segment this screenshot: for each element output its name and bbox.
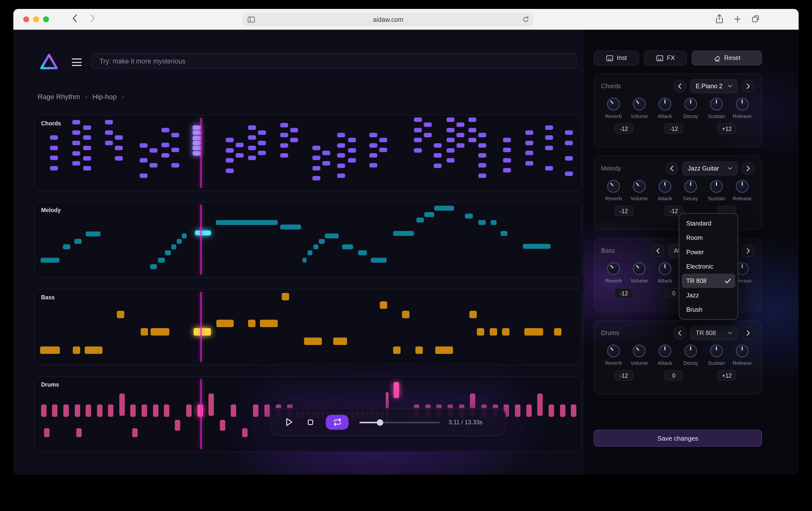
chords-note[interactable]	[369, 133, 377, 137]
chords-note[interactable]	[545, 135, 553, 140]
drums-note[interactable]	[186, 404, 192, 417]
chords-note[interactable]	[446, 158, 455, 163]
chords-note[interactable]	[468, 138, 476, 142]
chords-note[interactable]	[446, 128, 455, 132]
save-changes-button[interactable]: Save changes	[593, 430, 762, 447]
chords-note[interactable]	[348, 158, 356, 163]
chords-note[interactable]	[369, 143, 377, 148]
chords-note[interactable]	[140, 158, 148, 163]
melody-note[interactable]	[302, 258, 307, 263]
chords-note[interactable]	[312, 176, 320, 181]
drums-note[interactable]	[142, 404, 147, 417]
chords-note[interactable]	[434, 153, 442, 158]
chords-note[interactable]	[545, 166, 553, 170]
drums-note[interactable]	[76, 428, 82, 437]
menu-item-tr-808[interactable]: TR 808	[682, 274, 735, 288]
chords-note[interactable]	[248, 156, 256, 160]
chords-note[interactable]	[290, 128, 298, 132]
new-tab-icon[interactable]	[733, 15, 742, 23]
chords-note[interactable]	[140, 173, 148, 178]
menu-item-brush[interactable]: Brush	[682, 302, 735, 317]
chords-note[interactable]	[226, 138, 234, 142]
chords-note[interactable]	[72, 120, 80, 125]
playhead[interactable]	[201, 292, 202, 362]
chords-note[interactable]	[414, 117, 422, 122]
melody-note[interactable]	[465, 214, 473, 219]
playhead[interactable]	[201, 118, 202, 188]
chords-note[interactable]	[478, 153, 486, 158]
prev-instrument-button[interactable]	[673, 80, 686, 93]
bass-note[interactable]	[40, 346, 60, 354]
chords-note[interactable]	[525, 141, 533, 145]
chords-note[interactable]	[503, 138, 511, 142]
bass-note[interactable]	[282, 293, 289, 300]
chords-note[interactable]	[149, 163, 157, 167]
ai-prompt-input[interactable]	[91, 53, 577, 69]
drums-note[interactable]	[153, 404, 158, 417]
bass-note[interactable]	[380, 301, 387, 309]
chords-note[interactable]	[369, 153, 377, 158]
melody-note[interactable]	[371, 258, 387, 263]
chords-note[interactable]	[193, 130, 201, 135]
chords-note[interactable]	[171, 163, 179, 167]
chords-note[interactable]	[83, 126, 91, 130]
drums-note[interactable]	[264, 404, 270, 417]
knob-sustain[interactable]	[710, 98, 723, 110]
stop-button[interactable]	[302, 413, 319, 430]
chords-note[interactable]	[337, 133, 345, 137]
chords-note[interactable]	[337, 143, 345, 148]
loop-button[interactable]	[326, 414, 349, 429]
playhead[interactable]	[201, 379, 202, 449]
knob-reverb[interactable]	[607, 180, 620, 193]
bass-note[interactable]	[73, 346, 80, 354]
chords-note[interactable]	[290, 138, 298, 142]
bass-note[interactable]	[502, 328, 510, 335]
chords-note[interactable]	[72, 141, 80, 145]
menu-item-standard[interactable]: Standard	[682, 216, 735, 231]
chords-note[interactable]	[258, 151, 266, 155]
drums-note[interactable]	[560, 404, 566, 417]
chords-note[interactable]	[565, 171, 573, 176]
knob-reverb[interactable]	[607, 98, 620, 110]
app-logo[interactable]	[39, 52, 59, 72]
chords-note[interactable]	[468, 128, 476, 132]
chords-note[interactable]	[105, 130, 113, 135]
bass-note[interactable]	[216, 320, 234, 327]
bass-note[interactable]	[524, 328, 543, 335]
chords-note[interactable]	[503, 158, 511, 163]
menu-item-electronic[interactable]: Electronic	[682, 259, 735, 274]
chords-note[interactable]	[434, 164, 442, 168]
melody-note[interactable]	[478, 220, 486, 225]
chords-note[interactable]	[348, 148, 356, 153]
chords-note[interactable]	[280, 143, 288, 148]
chords-note[interactable]	[162, 153, 169, 158]
melody-note[interactable]	[393, 231, 414, 236]
bass-note[interactable]	[435, 346, 453, 354]
bass-note[interactable]	[469, 311, 477, 318]
next-instrument-button[interactable]	[742, 244, 755, 257]
drums-note[interactable]	[97, 404, 103, 417]
melody-note[interactable]	[182, 234, 187, 238]
chords-note[interactable]	[457, 143, 464, 148]
menu-item-jazz[interactable]: Jazz	[682, 288, 735, 302]
chords-note[interactable]	[565, 141, 573, 145]
next-instrument-button[interactable]	[742, 327, 755, 340]
breadcrumb-item-project[interactable]: Rage Rhythm	[38, 92, 80, 100]
drums-note[interactable]	[571, 404, 576, 417]
chords-note[interactable]	[414, 138, 422, 142]
melody-note[interactable]	[424, 212, 434, 217]
knob-decay[interactable]	[684, 345, 697, 357]
melody-note[interactable]	[165, 250, 171, 255]
chords-note[interactable]	[226, 158, 234, 163]
chords-note[interactable]	[503, 168, 511, 172]
chords-note[interactable]	[236, 143, 243, 147]
bass-note[interactable]	[150, 328, 169, 335]
knob-volume[interactable]	[633, 98, 646, 110]
chords-note[interactable]	[312, 166, 320, 170]
chords-note[interactable]	[248, 135, 256, 140]
chords-note[interactable]	[162, 128, 169, 132]
chords-note[interactable]	[280, 133, 288, 137]
knob-release[interactable]	[736, 98, 749, 110]
bass-note[interactable]	[141, 328, 148, 335]
chords-note[interactable]	[525, 151, 533, 155]
